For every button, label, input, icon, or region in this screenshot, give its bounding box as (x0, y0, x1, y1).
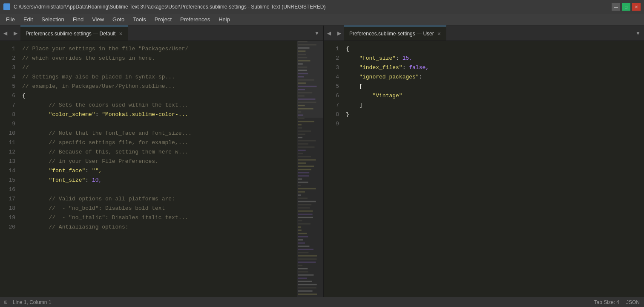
minimize-button[interactable]: — (612, 3, 620, 11)
code-line: // Antialiasing options: (22, 223, 297, 232)
line-number: 3 (324, 63, 344, 72)
line-number: 12 (0, 148, 20, 157)
code-line: // Place your settings in the file "Pack… (22, 44, 297, 54)
cursor-position: Line 1, Column 1 (13, 299, 52, 305)
left-pane: ◀ ▶ Preferences.sublime-settings — Defau… (0, 26, 324, 297)
right-next-tab-button[interactable]: ▶ (334, 26, 344, 41)
line-number: 17 (0, 194, 20, 204)
left-next-tab-button[interactable]: ▶ (10, 26, 20, 41)
line-number: 4 (324, 72, 344, 82)
line-number: 6 (324, 91, 344, 101)
line-number: 1 (0, 44, 20, 54)
line-number: 14 (0, 166, 20, 176)
right-tab-user[interactable]: Preferences.sublime-settings — User × (344, 26, 446, 41)
title-bar-text: C:\Users\Administrator\AppData\Roaming\S… (14, 4, 608, 10)
line-number: 2 (324, 54, 344, 63)
menu-item-file[interactable]: File (2, 14, 19, 24)
code-line: "index_files": false, (346, 63, 644, 72)
line-number: 8 (324, 110, 344, 119)
menu-item-tools[interactable]: Tools (129, 14, 150, 24)
line-number: 4 (0, 72, 20, 82)
right-prev-tab-button[interactable]: ◀ (324, 26, 334, 41)
menu-item-help[interactable]: Help (214, 14, 234, 24)
line-number: 5 (0, 82, 20, 91)
right-pane: ◀ ▶ Preferences.sublime-settings — User … (324, 26, 644, 297)
code-line (22, 119, 297, 129)
code-line (22, 185, 297, 194)
left-tab-dropdown[interactable]: ▼ (311, 26, 323, 41)
line-number: 5 (324, 82, 344, 91)
menu-item-project[interactable]: Project (150, 14, 176, 24)
line-number: 8 (0, 110, 20, 119)
left-tab-default[interactable]: Preferences.sublime-settings — Default × (20, 26, 128, 41)
code-line: // example, in Packages/User/Python.subl… (22, 82, 297, 91)
code-line: // Settings may also be placed in syntax… (22, 72, 297, 82)
app-icon (3, 3, 10, 10)
line-number: 19 (0, 213, 20, 223)
line-number: 9 (324, 119, 344, 129)
line-number: 7 (324, 101, 344, 110)
menu-item-find[interactable]: Find (69, 14, 88, 24)
code-line: { (346, 44, 644, 54)
code-line: "color_scheme": "Monokai.sublime-color-.… (22, 110, 297, 119)
line-number: 10 (0, 129, 20, 138)
code-line (346, 119, 644, 129)
left-tab-close[interactable]: × (119, 31, 122, 37)
status-right: Tab Size: 4 JSON (594, 299, 640, 305)
code-line: // in your User File Preferences. (22, 157, 297, 166)
code-line: // Note that the font_face and font_size… (22, 129, 297, 138)
code-line: // Sets the colors used within the text.… (22, 101, 297, 110)
menu-item-selection[interactable]: Selection (37, 14, 68, 24)
syntax-label[interactable]: JSON (626, 299, 640, 305)
right-tab-dropdown[interactable]: ▼ (632, 26, 644, 41)
menu-item-view[interactable]: View (88, 14, 108, 24)
code-line: // Because of this, setting them here w.… (22, 148, 297, 157)
right-tab-bar: ◀ ▶ Preferences.sublime-settings — User … (324, 26, 644, 41)
code-line: // specific settings file, for example,.… (22, 138, 297, 148)
line-number: 2 (0, 54, 20, 63)
code-line: { (22, 91, 297, 101)
line-number: 7 (0, 101, 20, 110)
left-prev-tab-button[interactable]: ◀ (0, 26, 10, 41)
code-line: // which overrides the settings in here. (22, 54, 297, 63)
line-number: 13 (0, 157, 20, 166)
maximize-button[interactable]: □ (622, 3, 630, 11)
line-number: 1 (324, 44, 344, 54)
line-number: 15 (0, 176, 20, 185)
menu-item-edit[interactable]: Edit (19, 14, 37, 24)
status-bar: ⊞ Line 1, Column 1 Tab Size: 4 JSON (0, 297, 644, 307)
code-line: } (346, 110, 644, 119)
code-line: // (22, 63, 297, 72)
right-tab-label: Preferences.sublime-settings — User (349, 31, 434, 37)
code-line: "font_face": "", (22, 166, 297, 176)
code-line: // - "no_italic": Disables italic text..… (22, 213, 297, 223)
minimap-canvas (297, 41, 323, 297)
code-line: // Valid options on all platforms are: (22, 194, 297, 204)
close-button[interactable]: ✕ (632, 3, 641, 11)
menu-item-preferences[interactable]: Preferences (176, 14, 214, 24)
left-line-numbers: 1234567891011121314151617181920 (0, 41, 20, 297)
line-number: 6 (0, 91, 20, 101)
code-line: "font_size": 15, (346, 54, 644, 63)
left-code-content[interactable]: // Place your settings in the file "Pack… (20, 41, 297, 297)
editor-area: ◀ ▶ Preferences.sublime-settings — Defau… (0, 26, 644, 297)
left-minimap[interactable] (297, 41, 323, 297)
line-number: 20 (0, 223, 20, 232)
right-code-area: 123456789 { "font_size": 15, "index_file… (324, 41, 644, 297)
code-line: // - "no_bold": Disables bold text (22, 204, 297, 213)
line-number: 11 (0, 138, 20, 148)
right-tab-close[interactable]: × (437, 31, 441, 37)
right-line-numbers: 123456789 (324, 41, 344, 297)
line-number: 18 (0, 204, 20, 213)
line-number: 3 (0, 63, 20, 72)
menu-bar: FileEditSelectionFindViewGotoToolsProjec… (0, 14, 644, 26)
right-code-content[interactable]: { "font_size": 15, "index_files": false,… (344, 41, 644, 297)
line-number: 9 (0, 119, 20, 129)
status-icon: ⊞ (4, 299, 8, 306)
left-code-area: 1234567891011121314151617181920 // Place… (0, 41, 323, 297)
menu-item-goto[interactable]: Goto (108, 14, 129, 24)
left-tab-bar: ◀ ▶ Preferences.sublime-settings — Defau… (0, 26, 323, 41)
code-line: [ (346, 82, 644, 91)
left-tab-label: Preferences.sublime-settings — Default (26, 31, 115, 37)
code-line: "Vintage" (346, 91, 644, 101)
